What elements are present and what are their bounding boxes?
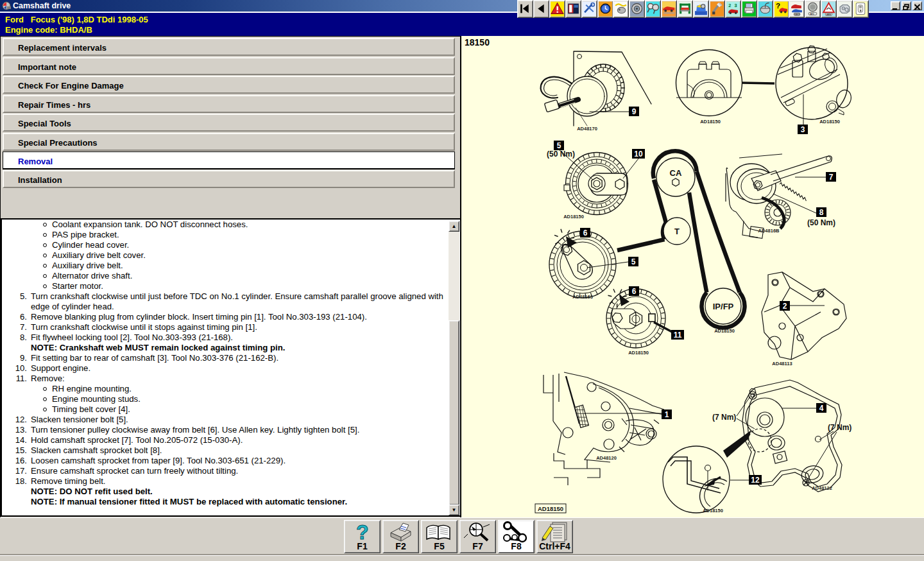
svg-text:GEO: GEO	[794, 13, 800, 16]
svg-text:10: 10	[634, 150, 643, 159]
svg-text:7: 7	[829, 173, 834, 182]
svg-text:AD48170: AD48170	[577, 126, 597, 132]
svg-text:9: 9	[632, 107, 637, 116]
svg-text:5: 5	[557, 141, 561, 150]
svg-text:4: 4	[819, 404, 824, 413]
svg-text:AD4816B: AD4816B	[758, 228, 780, 234]
svg-text:A/C: A/C	[810, 13, 815, 15]
svg-text:AD48113: AD48113	[772, 361, 792, 367]
svg-text:2: 2	[783, 302, 787, 311]
svg-text:AD18150: AD18150	[538, 505, 563, 512]
svg-text:8: 8	[819, 208, 824, 217]
svg-text:(7 Nm): (7 Nm)	[828, 423, 851, 432]
svg-text:IP/FP: IP/FP	[713, 302, 734, 311]
svg-text:6: 6	[632, 287, 637, 296]
svg-text:AD18150: AD18150	[819, 119, 840, 125]
svg-text:AD18150: AD18150	[700, 119, 721, 125]
svg-text:AD48120: AD48120	[596, 455, 617, 461]
svg-text:AD48163: AD48163	[572, 294, 593, 300]
svg-text:AD48122: AD48122	[812, 485, 832, 491]
svg-text:?: ?	[356, 521, 369, 543]
svg-text:T: T	[674, 227, 680, 236]
svg-text:ABS: ABS	[826, 13, 832, 16]
svg-text:12: 12	[751, 476, 760, 485]
svg-text:1: 1	[665, 410, 669, 419]
svg-text:?: ?	[776, 2, 780, 10]
svg-text:AD18150: AD18150	[628, 350, 649, 356]
svg-text:AD18150: AD18150	[714, 328, 735, 334]
svg-text:3: 3	[801, 125, 805, 134]
svg-text:AD18150: AD18150	[703, 508, 723, 514]
svg-text:3: 3	[735, 3, 737, 8]
svg-text:5: 5	[631, 257, 636, 266]
svg-text:AD18150: AD18150	[563, 214, 584, 220]
svg-text:(50 Nm): (50 Nm)	[547, 150, 575, 159]
svg-text:6: 6	[583, 229, 588, 237]
svg-text:CA: CA	[670, 168, 682, 178]
svg-text:(7 Nm): (7 Nm)	[712, 413, 736, 422]
svg-text:(50 Nm): (50 Nm)	[807, 218, 835, 227]
svg-text:2: 2	[728, 3, 731, 8]
svg-text:11: 11	[674, 331, 682, 340]
